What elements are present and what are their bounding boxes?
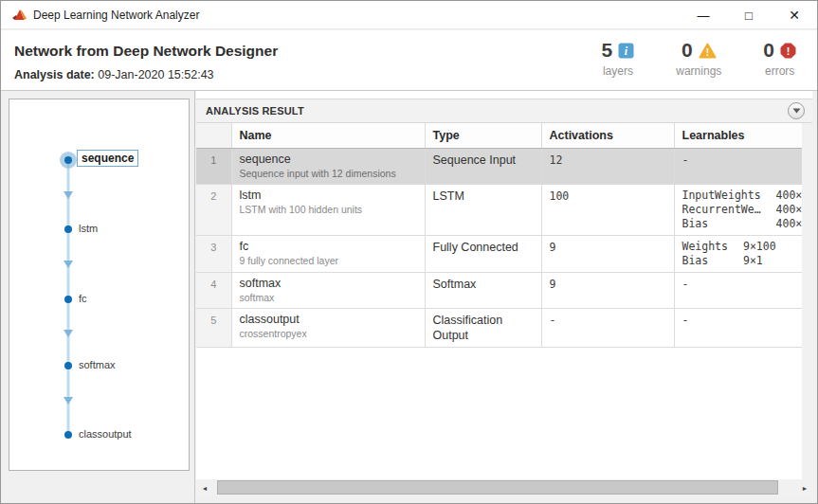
learnable-name: InputWeights bbox=[682, 189, 761, 203]
learnable-name: Weights bbox=[682, 240, 728, 254]
network-node-label[interactable]: sequence bbox=[77, 150, 138, 167]
title-bar: Deep Learning Network Analyzer — □ ✕ bbox=[1, 1, 817, 29]
vertical-scrollbar-track[interactable] bbox=[802, 123, 812, 479]
network-node-dot[interactable] bbox=[64, 362, 72, 369]
column-header-index bbox=[196, 123, 231, 148]
analysis-date: Analysis date: 09-Jan-2020 15:52:43 bbox=[14, 68, 214, 81]
chevron-down-icon bbox=[792, 108, 801, 114]
table-row[interactable]: 1sequenceSequence input with 12 dimensio… bbox=[196, 148, 802, 184]
row-index: 5 bbox=[196, 308, 231, 347]
layer-learnables: - bbox=[674, 148, 802, 184]
close-icon[interactable]: ✕ bbox=[772, 1, 817, 29]
horizontal-scrollbar-thumb[interactable] bbox=[217, 480, 778, 495]
layer-name: classoutput bbox=[240, 313, 417, 327]
row-index: 4 bbox=[196, 272, 231, 308]
header: Network from Deep Network Designer Analy… bbox=[1, 30, 817, 91]
errors-label: errors bbox=[765, 64, 794, 78]
horizontal-scrollbar: ◄ ► bbox=[196, 479, 812, 496]
minimize-icon[interactable]: — bbox=[681, 1, 726, 29]
layer-name-cell: classoutputcrossentropyex bbox=[231, 308, 425, 347]
layer-name: sequence bbox=[240, 153, 417, 167]
learnable-size: 9×1 bbox=[743, 254, 776, 268]
layer-name-cell: sequenceSequence input with 12 dimension… bbox=[231, 148, 425, 184]
scroll-left-icon[interactable]: ◄ bbox=[198, 479, 211, 496]
column-header-type: Type bbox=[425, 123, 541, 148]
layer-name-cell: lstmLSTM with 100 hidden units bbox=[231, 184, 425, 235]
analysis-result-title: ANALYSIS RESULT bbox=[206, 99, 304, 122]
network-node-dot[interactable] bbox=[64, 156, 72, 164]
learnable-name: RecurrentWe… bbox=[682, 203, 761, 217]
network-node-label[interactable]: classoutput bbox=[79, 428, 132, 440]
layers-label: layers bbox=[603, 64, 633, 78]
error-icon: ! bbox=[780, 43, 796, 59]
layer-type: Fully Connected bbox=[425, 235, 541, 272]
layer-name-cell: softmaxsoftmax bbox=[231, 272, 425, 308]
network-diagram-panel: sequencelstmfcsoftmaxclassoutput bbox=[9, 99, 190, 471]
stats-summary: 5 i layers 0 ! warnings bbox=[602, 39, 796, 78]
layer-activations: 12 bbox=[541, 148, 674, 184]
row-index: 2 bbox=[196, 184, 231, 235]
layer-name: softmax bbox=[240, 277, 417, 291]
layer-description: crossentropyex bbox=[240, 328, 417, 340]
layer-type: Sequence Input bbox=[425, 148, 541, 184]
maximize-icon[interactable]: □ bbox=[726, 1, 772, 29]
column-header-activations: Activations bbox=[541, 123, 674, 148]
layer-learnables: InputWeights400×…RecurrentWe…400×…Bias40… bbox=[674, 184, 802, 235]
app-window: Deep Learning Network Analyzer — □ ✕ Net… bbox=[0, 0, 818, 504]
layer-learnables: - bbox=[674, 272, 802, 308]
collapse-section-button[interactable] bbox=[788, 102, 805, 119]
learnable-size: 9×100 bbox=[743, 240, 776, 254]
layer-activations: 9 bbox=[541, 272, 674, 308]
warnings-label: warnings bbox=[676, 64, 721, 78]
layer-type: Classification Output bbox=[425, 308, 541, 347]
network-node-dot[interactable] bbox=[64, 296, 72, 303]
analysis-result-table: Name Type Activations Learnables 1sequen… bbox=[196, 123, 803, 348]
layer-type: LSTM bbox=[425, 184, 541, 235]
stat-warnings: 0 ! warnings bbox=[676, 39, 721, 78]
scroll-right-icon[interactable]: ► bbox=[798, 479, 811, 496]
network-node-dot[interactable] bbox=[64, 225, 72, 233]
network-node-dot[interactable] bbox=[64, 431, 72, 439]
layer-name: lstm bbox=[240, 189, 417, 203]
panel-divider bbox=[194, 91, 195, 503]
layer-learnables: - bbox=[674, 308, 802, 347]
layer-type: Softmax bbox=[425, 272, 541, 308]
stat-layers: 5 i layers bbox=[602, 39, 635, 78]
layer-learnables: Weights9×100Bias9×1 bbox=[674, 235, 802, 272]
window-controls: — □ ✕ bbox=[681, 1, 817, 29]
network-node-label[interactable]: softmax bbox=[79, 359, 116, 370]
analysis-date-value: 09-Jan-2020 15:52:43 bbox=[98, 68, 213, 81]
analysis-result-header: ANALYSIS RESULT bbox=[196, 99, 812, 123]
layer-description: 9 fully connected layer bbox=[240, 255, 417, 267]
stat-errors: 0 ! errors bbox=[763, 39, 796, 78]
layer-description: softmax bbox=[240, 292, 417, 304]
errors-count: 0 bbox=[763, 40, 774, 61]
table-row[interactable]: 4softmaxsoftmaxSoftmax9- bbox=[196, 272, 802, 308]
window-title: Deep Learning Network Analyzer bbox=[33, 9, 199, 22]
svg-text:!: ! bbox=[705, 47, 708, 58]
page-title: Network from Deep Network Designer bbox=[14, 43, 278, 60]
analysis-date-label: Analysis date: bbox=[14, 68, 95, 81]
table-row[interactable]: 2lstmLSTM with 100 hidden unitsLSTM100In… bbox=[196, 184, 802, 235]
layer-description: LSTM with 100 hidden units bbox=[240, 204, 417, 216]
matlab-logo-icon bbox=[11, 8, 27, 23]
table-header-row: Name Type Activations Learnables bbox=[196, 123, 802, 148]
layer-name-cell: fc9 fully connected layer bbox=[231, 235, 425, 272]
column-header-name: Name bbox=[231, 123, 425, 148]
svg-text:!: ! bbox=[787, 45, 791, 57]
analysis-panel: ANALYSIS RESULT Name Type Activations Le… bbox=[196, 91, 812, 496]
layer-activations: 100 bbox=[541, 184, 674, 235]
warnings-count: 0 bbox=[682, 40, 693, 61]
layer-description: Sequence input with 12 dimensions bbox=[240, 168, 417, 180]
layer-activations: - bbox=[541, 308, 674, 347]
column-header-learnables: Learnables bbox=[674, 123, 802, 148]
learnable-name: Bias bbox=[682, 217, 761, 231]
info-icon: i bbox=[618, 43, 634, 59]
network-node-label[interactable]: fc bbox=[79, 293, 87, 304]
network-node-label[interactable]: lstm bbox=[79, 223, 98, 234]
table-row[interactable]: 3fc9 fully connected layerFully Connecte… bbox=[196, 235, 802, 272]
layer-activations: 9 bbox=[541, 235, 674, 272]
table-row[interactable]: 5classoutputcrossentropyexClassification… bbox=[196, 308, 802, 347]
layer-name: fc bbox=[240, 240, 417, 254]
warning-icon: ! bbox=[699, 43, 717, 59]
